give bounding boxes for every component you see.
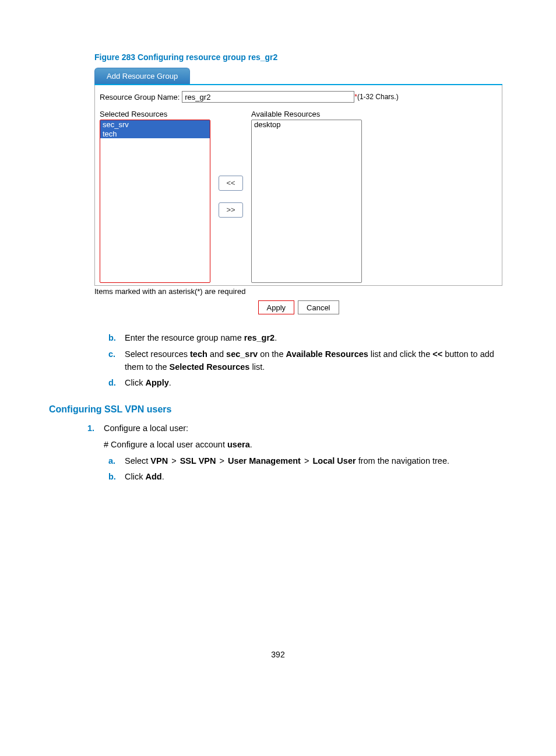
bold: SSL VPN	[180, 456, 216, 466]
substep-a: a. Select VPN > SSL VPN > User Managemen…	[125, 455, 507, 468]
breadcrumb-separator: >	[168, 456, 180, 466]
heading-configuring-ssl-vpn-users: Configuring SSL VPN users	[49, 402, 507, 416]
text: .	[169, 378, 171, 387]
breadcrumb-separator: >	[301, 456, 313, 466]
bold: User Management	[228, 456, 301, 466]
bold: sec_srv	[226, 349, 258, 359]
step-b: b. Enter the resource group name res_gr2…	[125, 332, 507, 345]
available-resources-list[interactable]: desktop	[251, 120, 362, 283]
form-panel: Resource Group Name: *(1-32 Chars.) Sele…	[94, 85, 502, 286]
bold: Available Resources	[286, 349, 368, 359]
bold: VPN	[150, 456, 168, 466]
step-1: 1. Configure a local user:	[104, 422, 507, 435]
text: Select	[125, 456, 150, 466]
step-marker: c.	[108, 348, 115, 361]
step-c: c. Select resources tech and sec_srv on …	[125, 348, 507, 374]
text: Click	[125, 378, 145, 387]
page-number: 392	[0, 650, 556, 659]
text: list and click the	[368, 349, 432, 359]
text: .	[250, 440, 252, 449]
required-note: Items marked with an asterisk(*) are req…	[94, 287, 507, 296]
action-row: Apply Cancel	[94, 300, 502, 314]
text: from the navigation tree.	[356, 456, 449, 466]
lists-row: Selected Resources sec_srv tech << >> Av…	[100, 110, 497, 283]
tab-row: Add Resource Group	[94, 68, 502, 85]
text: and	[207, 349, 226, 359]
text: Enter the resource group name	[125, 333, 244, 342]
step-marker: b.	[108, 471, 116, 484]
document-body: b. Enter the resource group name res_gr2…	[49, 332, 507, 484]
bold: Local User	[312, 456, 356, 466]
mover-column: << >>	[210, 110, 251, 283]
move-left-button[interactable]: <<	[219, 176, 243, 191]
text: Click	[125, 472, 145, 481]
substep-b: b. Click Add.	[125, 471, 507, 484]
breadcrumb-separator: >	[216, 456, 228, 466]
step-marker: 1.	[87, 422, 94, 435]
available-resources-label: Available Resources	[251, 110, 362, 118]
selected-resources-list[interactable]: sec_srv tech	[100, 120, 210, 283]
move-right-button[interactable]: >>	[219, 202, 243, 218]
name-row: Resource Group Name: *(1-32 Chars.)	[100, 91, 497, 103]
comment-line: # Configure a local user account usera.	[104, 439, 507, 452]
list-item[interactable]: desktop	[252, 120, 361, 130]
list-item[interactable]: tech	[100, 130, 210, 139]
apply-button[interactable]: Apply	[258, 300, 295, 314]
bold: usera	[227, 440, 250, 449]
step-marker: a.	[108, 455, 115, 468]
name-label: Resource Group Name:	[100, 93, 180, 102]
text: # Configure a local user account	[104, 440, 227, 449]
bold: tech	[190, 349, 207, 359]
step-d: d. Click Apply.	[125, 377, 507, 390]
text: .	[275, 333, 277, 342]
selected-column: Selected Resources sec_srv tech	[100, 110, 210, 283]
text: on the	[258, 349, 286, 359]
text: Configure a local user:	[104, 424, 188, 433]
screenshot-panel: Add Resource Group Resource Group Name: …	[94, 68, 502, 286]
figure-caption: Figure 283 Configuring resource group re…	[94, 52, 507, 62]
text: Select resources	[125, 349, 190, 359]
available-column: Available Resources desktop	[251, 110, 362, 283]
step-marker: b.	[108, 332, 116, 345]
list-item[interactable]: sec_srv	[100, 120, 210, 130]
resource-group-name-input[interactable]	[182, 91, 354, 103]
bold: Selected Resources	[170, 362, 250, 372]
step-marker: d.	[108, 377, 116, 390]
text: list.	[249, 362, 265, 372]
bold: Add	[145, 472, 161, 481]
chars-hint-text: (1-32 Chars.)	[357, 93, 399, 101]
bold: res_gr2	[244, 333, 275, 342]
chars-hint: *(1-32 Chars.)	[354, 93, 398, 101]
text: .	[162, 472, 164, 481]
bold: Apply	[145, 378, 168, 387]
selected-resources-label: Selected Resources	[100, 110, 210, 118]
cancel-button[interactable]: Cancel	[298, 300, 339, 314]
bold: <<	[432, 349, 442, 359]
tab-add-resource-group[interactable]: Add Resource Group	[94, 68, 190, 84]
